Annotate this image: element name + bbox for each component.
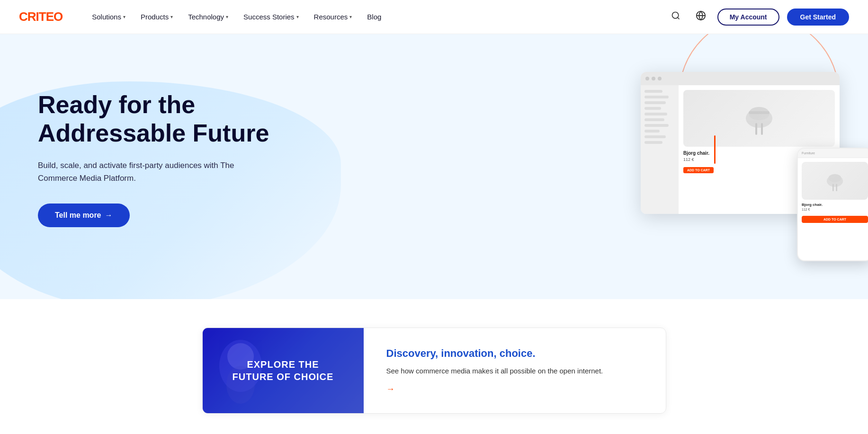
logo-text: CRITEO [19, 9, 63, 24]
chevron-down-icon: ▾ [349, 14, 352, 19]
svg-rect-9 [836, 184, 837, 191]
chevron-down-icon: ▾ [296, 14, 299, 19]
mobile-cta-button[interactable]: ADD TO CART [802, 216, 868, 223]
discover-heading: Discovery, innovation, choice. [386, 347, 643, 360]
nav-item-technology[interactable]: Technology ▾ [181, 9, 235, 25]
hero-mockup: Bjorg chair. 112 € ADD TO CART Furniture [641, 62, 868, 271]
add-to-cart-mock-button[interactable]: ADD TO CART [683, 167, 714, 173]
nav-item-solutions[interactable]: Solutions ▾ [85, 9, 132, 25]
browser-dot-1 [645, 77, 649, 80]
nav-item-products[interactable]: Products ▾ [134, 9, 179, 25]
tell-me-more-button[interactable]: Tell me more → [38, 204, 130, 227]
hero-content: Ready for the Addressable Future Build, … [0, 34, 313, 265]
nav-item-blog[interactable]: Blog [360, 9, 388, 25]
discover-image-text: EXPLORE THE FUTURE OF CHOICE [233, 358, 334, 383]
orange-accent [714, 135, 716, 164]
get-started-button[interactable]: Get Started [787, 9, 849, 26]
mobile-mockup: Furniture Bjorg chair. 112 € ADD TO CART [797, 148, 868, 261]
svg-rect-3 [755, 123, 757, 135]
hero-title: Ready for the Addressable Future [38, 91, 275, 148]
discover-description: See how commerce media makes it all poss… [386, 365, 643, 377]
chevron-down-icon: ▾ [170, 14, 173, 19]
main-nav: CRITEO Solutions ▾ Products ▾ Technology… [0, 0, 868, 34]
discover-image: EXPLORE THE FUTURE OF CHOICE [203, 328, 364, 413]
svg-rect-8 [832, 184, 833, 191]
hero-subtitle: Build, scale, and activate first-party a… [38, 159, 275, 185]
language-button[interactable] [692, 7, 710, 27]
discover-section: EXPLORE THE FUTURE OF CHOICE Discovery, … [0, 299, 868, 433]
nav-links: Solutions ▾ Products ▾ Technology ▾ Succ… [85, 9, 667, 25]
my-account-button[interactable]: My Account [717, 9, 779, 26]
logo[interactable]: CRITEO [19, 9, 63, 24]
browser-sidebar [641, 85, 679, 214]
nav-item-success-stories[interactable]: Success Stories ▾ [237, 9, 305, 25]
chevron-down-icon: ▾ [123, 14, 125, 19]
browser-dot-2 [652, 77, 655, 80]
chevron-down-icon: ▾ [226, 14, 228, 19]
discover-link[interactable]: → [386, 384, 395, 394]
mobile-product-image [802, 162, 868, 200]
mobile-header: Furniture [798, 149, 868, 158]
browser-dot-3 [658, 77, 662, 80]
svg-rect-6 [749, 111, 770, 114]
mobile-product-name: Bjorg chair. [802, 203, 868, 207]
mobile-chair-icon [823, 168, 847, 194]
svg-rect-4 [761, 123, 763, 135]
chair-icon [740, 97, 778, 140]
discover-text-area: Discovery, innovation, choice. See how c… [364, 328, 666, 413]
search-icon [671, 11, 680, 20]
nav-item-resources[interactable]: Resources ▾ [307, 9, 359, 25]
nav-right: My Account Get Started [667, 7, 849, 27]
browser-bar [641, 72, 840, 85]
svg-point-0 [672, 12, 678, 18]
svg-point-10 [829, 174, 841, 182]
mobile-product-price: 112 € [802, 208, 868, 211]
hero-section: Ready for the Addressable Future Build, … [0, 34, 868, 299]
product-image-mock [683, 90, 835, 147]
mobile-content: Bjorg chair. 112 € ADD TO CART [798, 158, 868, 227]
search-button[interactable] [667, 7, 684, 27]
globe-icon [696, 10, 706, 21]
discover-card: EXPLORE THE FUTURE OF CHOICE Discovery, … [202, 328, 666, 414]
